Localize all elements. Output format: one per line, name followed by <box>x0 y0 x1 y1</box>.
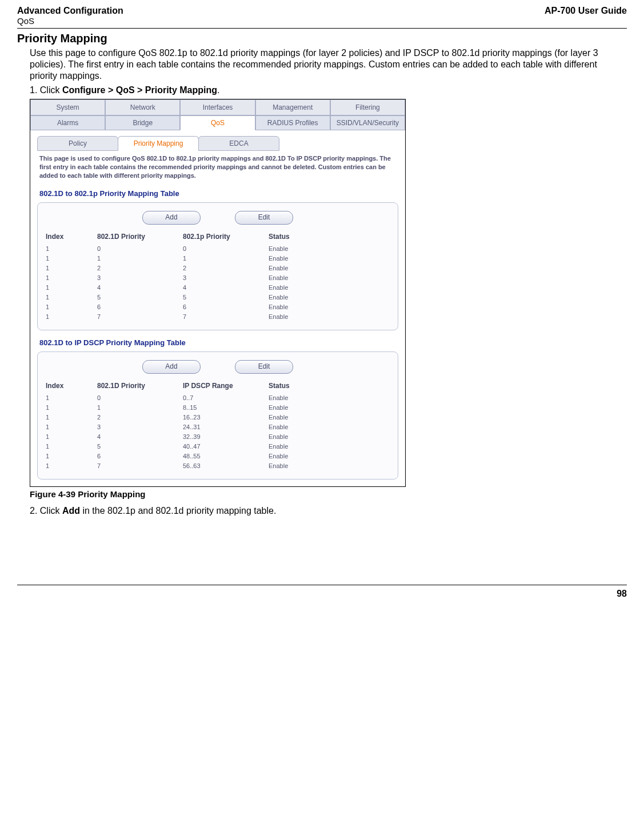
t1h-status: Status <box>269 233 354 241</box>
page-description: This page is used to configure QoS 802.1… <box>39 154 396 180</box>
section-heading: Priority Mapping <box>17 32 627 45</box>
t2h-status: Status <box>269 382 354 390</box>
table-row: 100Enable <box>46 244 390 254</box>
tab-management[interactable]: Management <box>255 99 330 115</box>
page-header: Advanced Configuration QoS AP-700 User G… <box>17 6 627 29</box>
page-number: 98 <box>617 589 627 598</box>
subtab-policy[interactable]: Policy <box>37 136 118 151</box>
table2-buttons: Add Edit <box>46 360 390 374</box>
step1-prefix: 1. Click <box>30 85 62 95</box>
header-left: Advanced Configuration QoS <box>17 6 123 26</box>
tab-ssid[interactable]: SSID/VLAN/Security <box>330 115 405 130</box>
tab-alarms[interactable]: Alarms <box>30 115 105 130</box>
t1h-1d: 802.1D Priority <box>97 233 183 241</box>
table1-edit-button[interactable]: Edit <box>235 211 293 225</box>
tab-content: Policy Priority Mapping EDCA This page i… <box>30 130 405 486</box>
table2-header: Index 802.1D Priority IP DSCP Range Stat… <box>46 382 390 390</box>
table-row: 166Enable <box>46 302 390 312</box>
step1-path: Configure > QoS > Priority Mapping <box>62 85 217 95</box>
table-row: 1756..63Enable <box>46 461 390 471</box>
tab-system[interactable]: System <box>30 99 105 115</box>
tab-network[interactable]: Network <box>105 99 180 115</box>
figure-caption: Figure 4-39 Priority Mapping <box>30 489 627 499</box>
t2h-1d: 802.1D Priority <box>97 382 183 390</box>
table-row: 1324..31Enable <box>46 422 390 432</box>
table-row: 1648..55Enable <box>46 452 390 461</box>
header-subtitle: QoS <box>17 16 123 26</box>
header-right: AP-700 User Guide <box>545 6 627 26</box>
table2-edit-button[interactable]: Edit <box>235 360 293 374</box>
subtab-edca[interactable]: EDCA <box>198 136 279 151</box>
table1-title: 802.1D to 802.1p Priority Mapping Table <box>39 189 398 198</box>
table1-add-button[interactable]: Add <box>142 211 201 225</box>
sub-tabs: Policy Priority Mapping EDCA <box>37 136 398 151</box>
step2-suffix: in the 802.1p and 802.1d priority mappin… <box>80 506 276 516</box>
t1h-1p: 802.1p Priority <box>183 233 269 241</box>
t1h-index: Index <box>46 233 97 241</box>
table1-buttons: Add Edit <box>46 211 390 225</box>
tab-filtering[interactable]: Filtering <box>330 99 405 115</box>
table1-panel: Add Edit Index 802.1D Priority 802.1p Pr… <box>37 202 398 330</box>
tab-interfaces[interactable]: Interfaces <box>180 99 255 115</box>
table-row: 122Enable <box>46 263 390 273</box>
header-title: Advanced Configuration <box>17 6 123 16</box>
tab-qos[interactable]: QoS <box>180 115 255 130</box>
step-1: 1. Click Configure > QoS > Priority Mapp… <box>30 85 627 95</box>
table-row: 1432..39Enable <box>46 432 390 442</box>
t2h-dscp: IP DSCP Range <box>183 382 269 390</box>
table2-panel: Add Edit Index 802.1D Priority IP DSCP R… <box>37 351 398 480</box>
tab-bridge[interactable]: Bridge <box>105 115 180 130</box>
table-row: 177Enable <box>46 312 390 322</box>
step2-prefix: 2. Click <box>30 506 62 516</box>
main-tabs-row2: Alarms Bridge QoS RADIUS Profiles SSID/V… <box>30 115 405 130</box>
table2-title: 802.1D to IP DSCP Priority Mapping Table <box>39 338 398 347</box>
step1-suffix: . <box>217 85 219 95</box>
tab-radius[interactable]: RADIUS Profiles <box>255 115 330 130</box>
step-2: 2. Click Add in the 802.1p and 802.1d pr… <box>30 506 627 516</box>
table-row: 133Enable <box>46 273 390 283</box>
main-tabs-row1: System Network Interfaces Management Fil… <box>30 99 405 115</box>
t2h-index: Index <box>46 382 97 390</box>
screenshot: System Network Interfaces Management Fil… <box>30 99 406 487</box>
table-row: 118..15Enable <box>46 403 390 413</box>
page-footer: 98 <box>17 585 627 599</box>
table-row: 1216..23Enable <box>46 413 390 422</box>
subtab-priority-mapping[interactable]: Priority Mapping <box>118 136 199 151</box>
table-row: 100..7Enable <box>46 393 390 403</box>
table-row: 1540..47Enable <box>46 442 390 452</box>
table1-header: Index 802.1D Priority 802.1p Priority St… <box>46 233 390 241</box>
table-row: 111Enable <box>46 254 390 263</box>
table2-add-button[interactable]: Add <box>142 360 201 374</box>
table-row: 155Enable <box>46 293 390 302</box>
step2-bold: Add <box>62 506 80 516</box>
table-row: 144Enable <box>46 283 390 293</box>
intro-paragraph: Use this page to configure QoS 802.1p to… <box>30 47 627 82</box>
